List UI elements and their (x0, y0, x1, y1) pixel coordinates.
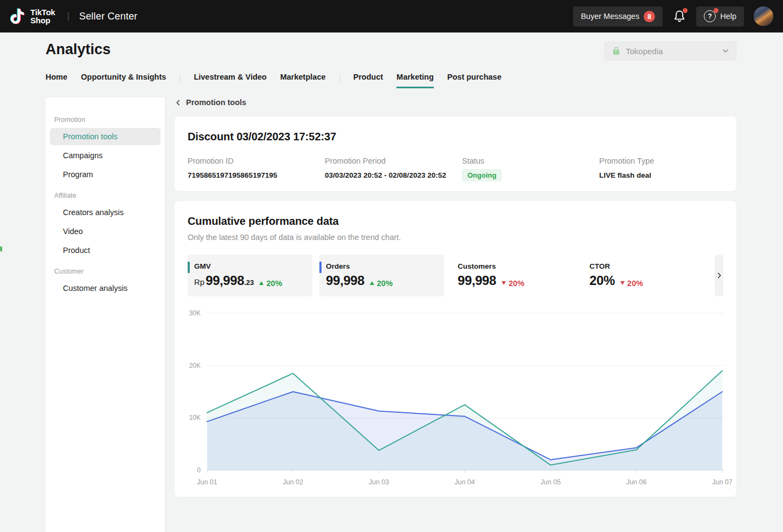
svg-text:Jun 01: Jun 01 (197, 478, 217, 486)
metric-delta: 20% (620, 279, 643, 288)
notifications-bell-button[interactable] (672, 9, 686, 23)
svg-text:Jun 06: Jun 06 (626, 478, 647, 486)
delta-value: 20% (627, 279, 643, 288)
sidebar-item-video[interactable]: Video (50, 223, 161, 240)
brand-line1: TikTok (30, 8, 55, 16)
product-name: Seller Center (79, 11, 138, 22)
metric-delta: 20% (370, 279, 393, 288)
tiktok-note-icon (10, 7, 26, 25)
svg-text:30K: 30K (189, 309, 201, 317)
sidebar-item-campaigns[interactable]: Campaigns (50, 147, 161, 164)
field-promotion-period: Promotion Period 03/03/2023 20:52 - 02/0… (325, 157, 462, 181)
breadcrumb-label: Promotion tools (186, 98, 246, 107)
field-label: Status (462, 157, 599, 165)
field-value: 03/03/2023 20:52 - 02/08/2023 20:52 (325, 171, 462, 179)
svg-text:Jun 03: Jun 03 (369, 478, 389, 486)
field-promotion-type: Promotion Type LIVE flash deal (599, 157, 723, 181)
left-edge-marker (0, 246, 2, 251)
help-label: Help (720, 12, 736, 21)
metric-ctor[interactable]: CTOR 20% 20% (583, 255, 708, 296)
svg-text:Jun 07: Jun 07 (712, 478, 733, 486)
status-badge: Ongoing (462, 169, 502, 181)
metric-accent-teal (188, 262, 190, 273)
analytics-tabs: Home Opportunity & Insights Livestream &… (46, 72, 502, 88)
tiktok-shop-logo[interactable]: TikTok Shop (10, 7, 55, 25)
field-status: Status Ongoing (462, 157, 599, 181)
field-value: 7195865197195865197195 (188, 171, 325, 179)
metric-value: 99,998 (458, 273, 496, 288)
tab-product[interactable]: Product (354, 73, 383, 88)
metric-label: Orders (326, 262, 438, 270)
tab-post-purchase[interactable]: Post purchase (447, 73, 502, 88)
shop-bag-icon (612, 47, 621, 56)
buyer-messages-button[interactable]: Buyer Messages 8 (573, 7, 663, 27)
svg-text:Jun 02: Jun 02 (283, 478, 304, 486)
sidebar-section-promotion: Promotion (54, 116, 156, 124)
promotion-title: Discount 03/02/2023 17:52:37 (188, 131, 723, 143)
field-promotion-id: Promotion ID 7195865197195865197195 (188, 157, 325, 181)
tab-livestream-video[interactable]: Livestream & Video (194, 73, 266, 88)
trend-chart: 010K20K30KJun 01Jun 02Jun 03Jun 04Jun 05… (188, 307, 724, 491)
tab-marketing[interactable]: Marketing (396, 73, 434, 88)
tab-divider (339, 74, 340, 82)
shop-selector[interactable]: Tokopedia (605, 42, 736, 60)
promotion-fields: Promotion ID 7195865197195865197195 Prom… (188, 157, 723, 181)
field-label: Promotion Period (325, 157, 462, 165)
help-notification-dot (714, 8, 718, 13)
field-label: Promotion Type (599, 157, 723, 165)
sidebar-item-creators-analysis[interactable]: Creators analysis (50, 204, 161, 221)
svg-text:0: 0 (197, 466, 201, 474)
metric-delta: 20% (502, 279, 524, 288)
brand-line2: Shop (30, 16, 55, 24)
help-question-icon: ? (704, 10, 716, 22)
chevron-left-icon (175, 99, 182, 106)
tab-marketplace[interactable]: Marketplace (280, 73, 326, 88)
trend-down-icon (502, 281, 506, 285)
bell-notification-dot (683, 8, 688, 13)
brand-text: TikTok Shop (30, 8, 55, 24)
avatar[interactable] (754, 7, 773, 26)
trend-down-icon (620, 281, 625, 285)
tab-opportunity-insights[interactable]: Opportunity & Insights (81, 73, 166, 88)
metric-value: 99,998 (326, 273, 364, 288)
svg-text:Jun 04: Jun 04 (454, 478, 475, 486)
metric-customers[interactable]: Customers 99,998 20% (451, 255, 576, 296)
performance-title: Cumulative performance data (188, 215, 723, 228)
brand-divider: | (67, 11, 69, 21)
sidebar-item-promotion-tools[interactable]: Promotion tools (50, 128, 161, 145)
chevron-down-icon (722, 47, 729, 55)
metric-label: CTOR (589, 262, 701, 270)
metric-gmv[interactable]: GMV Rp 99,998 .23 20% (188, 255, 312, 296)
breadcrumb-back[interactable]: Promotion tools (175, 98, 246, 107)
tab-home[interactable]: Home (46, 73, 67, 88)
buyer-messages-count-badge: 8 (644, 11, 655, 22)
buyer-messages-label: Buyer Messages (581, 12, 639, 21)
metric-decimal: .23 (244, 278, 254, 287)
sidebar-item-product[interactable]: Product (50, 242, 161, 259)
metric-accent-blue (319, 262, 322, 273)
metric-value: 20% (589, 273, 615, 288)
shop-selector-value: Tokopedia (626, 47, 717, 56)
delta-value: 20% (377, 279, 393, 288)
help-button[interactable]: ? Help (696, 7, 744, 27)
trend-up-icon (370, 281, 374, 285)
metric-delta: 20% (259, 279, 282, 288)
metric-value: 99,998 (206, 273, 244, 288)
metric-label: GMV (194, 262, 306, 270)
field-value: LIVE flash deal (599, 171, 723, 179)
metric-orders[interactable]: Orders 99,998 20% (319, 255, 444, 296)
svg-text:10K: 10K (189, 414, 201, 421)
svg-text:Jun 05: Jun 05 (541, 478, 561, 486)
metrics-next-button[interactable] (715, 255, 723, 296)
currency-prefix: Rp (194, 277, 204, 287)
sidebar-item-program[interactable]: Program (50, 166, 161, 183)
sidebar-item-customer-analysis[interactable]: Customer analysis (50, 280, 161, 297)
field-label: Promotion ID (188, 157, 325, 165)
sidebar-section-customer: Customer (54, 268, 156, 275)
chevron-right-icon (716, 273, 722, 278)
page-title: Analytics (46, 41, 111, 58)
performance-card: Cumulative performance data Only the lat… (175, 201, 736, 497)
sidebar-section-affiliate: Affiliate (54, 192, 156, 199)
delta-value: 20% (509, 279, 524, 288)
svg-text:20K: 20K (189, 362, 201, 369)
